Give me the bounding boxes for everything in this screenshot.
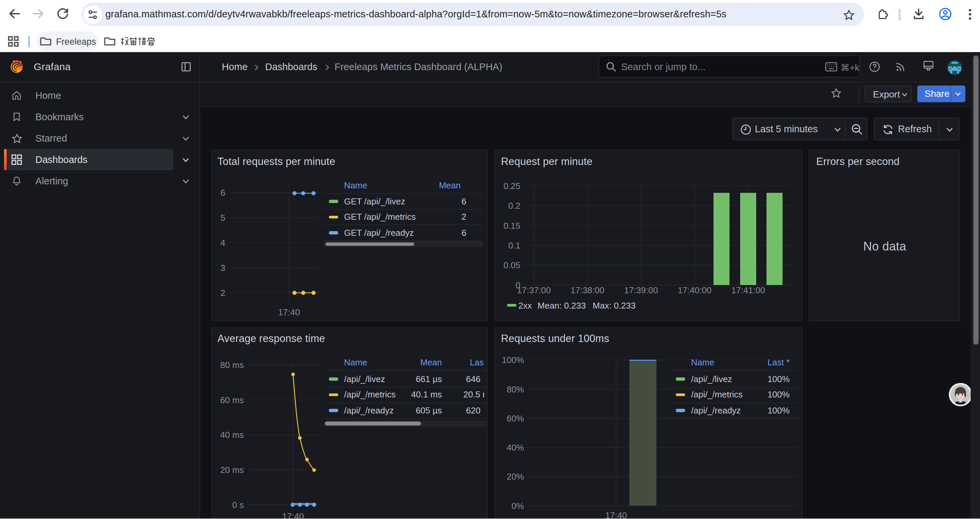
svg-text:20 ms: 20 ms <box>220 465 243 474</box>
svg-text:0.2: 0.2 <box>508 201 520 211</box>
svg-text:17:40: 17:40 <box>278 307 299 317</box>
svg-text:0.1: 0.1 <box>508 241 520 251</box>
svg-text:40 ms: 40 ms <box>220 430 243 439</box>
svg-text:4: 4 <box>220 238 225 248</box>
svg-text:0%: 0% <box>511 501 524 511</box>
svg-text:60 ms: 60 ms <box>220 395 243 405</box>
svg-text:0.25: 0.25 <box>503 181 520 191</box>
svg-text:80%: 80% <box>506 384 524 394</box>
svg-text:60%: 60% <box>506 413 524 423</box>
svg-text:17:37:00: 17:37:00 <box>517 285 550 295</box>
svg-text:3: 3 <box>220 263 225 273</box>
svg-text:2: 2 <box>220 288 225 298</box>
svg-text:0.15: 0.15 <box>503 221 520 231</box>
svg-text:17:40:00: 17:40:00 <box>678 285 711 295</box>
svg-text:80 ms: 80 ms <box>220 360 243 370</box>
svg-text:5: 5 <box>220 213 225 223</box>
svg-text:20%: 20% <box>506 471 524 481</box>
svg-text:40%: 40% <box>506 442 524 452</box>
svg-text:100%: 100% <box>502 355 524 365</box>
svg-text:17:38:00: 17:38:00 <box>570 285 604 295</box>
svg-text:17:39:00: 17:39:00 <box>624 285 657 295</box>
svg-text:17:41:00: 17:41:00 <box>731 285 765 295</box>
svg-text:0 s: 0 s <box>232 500 243 509</box>
svg-text:0.05: 0.05 <box>503 260 520 270</box>
svg-text:17:40: 17:40 <box>605 510 627 519</box>
svg-text:6: 6 <box>220 188 225 198</box>
